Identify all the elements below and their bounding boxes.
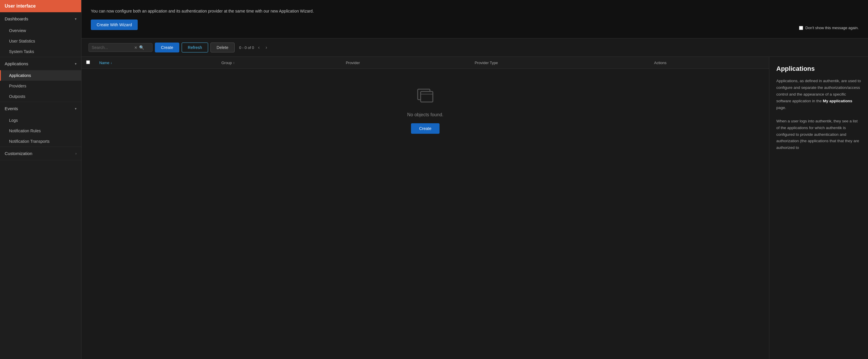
- my-applications-bold: My applications: [823, 99, 852, 103]
- table-header-actions: Actions: [649, 57, 769, 69]
- sidebar-section-header-dashboards[interactable]: Dashboards ▾: [0, 12, 81, 25]
- sidebar-item-overview[interactable]: Overview: [0, 25, 81, 36]
- right-panel-body: Applications, as defined in authentik, a…: [776, 78, 861, 151]
- pagination: 0 - 0 of 0 ‹ ›: [239, 44, 269, 51]
- right-panel-para-1: Applications, as defined in authentik, a…: [776, 78, 861, 111]
- sort-name[interactable]: Name ↓: [99, 61, 212, 65]
- content-area: Name ↓ Group ↕ Provider: [82, 57, 868, 359]
- dashboards-chevron-icon: ▾: [75, 17, 76, 21]
- sort-group[interactable]: Group ↕: [221, 61, 336, 65]
- applications-chevron-icon: ▾: [75, 62, 76, 66]
- sidebar-item-user-statistics[interactable]: User Statistics: [0, 36, 81, 46]
- sidebar-item-applications[interactable]: Applications: [0, 70, 81, 81]
- sidebar-section-applications: Applications ▾ Applications Providers Ou…: [0, 57, 81, 102]
- next-page-button[interactable]: ›: [264, 44, 269, 51]
- empty-text: No objects found.: [407, 112, 444, 117]
- sidebar-item-logs[interactable]: Logs: [0, 115, 81, 126]
- create-button[interactable]: Create: [155, 43, 179, 52]
- table-body: No objects found. Create: [82, 69, 769, 146]
- sidebar-item-outposts[interactable]: Outposts: [0, 91, 81, 102]
- toolbar: ✕ 🔍 Create Refresh Delete 0 - 0 of 0 ‹ ›: [82, 38, 868, 57]
- sidebar-section-dashboards: Dashboards ▾ Overview User Statistics Sy…: [0, 12, 81, 57]
- table-header: Name ↓ Group ↕ Provider: [82, 57, 769, 69]
- col-provider-type-label: Provider Type: [475, 61, 498, 65]
- pagination-text: 0 - 0 of 0: [239, 46, 254, 50]
- table-header-provider: Provider: [341, 57, 470, 69]
- svg-rect-1: [421, 91, 433, 102]
- sidebar-header: User interface: [0, 0, 81, 12]
- select-all-checkbox[interactable]: [86, 60, 90, 64]
- sidebar-section-header-customization[interactable]: Customization ›: [0, 147, 81, 160]
- sidebar-section-customization: Customization ›: [0, 147, 81, 160]
- main-content: You can now configure both an applicatio…: [82, 0, 868, 359]
- customization-chevron-icon: ›: [75, 151, 76, 156]
- dashboards-label: Dashboards: [5, 16, 28, 21]
- dont-show-container: Don't show this message again.: [799, 26, 859, 30]
- group-sort-icon: ↕: [233, 61, 235, 64]
- customization-label: Customization: [5, 151, 32, 156]
- clear-search-icon[interactable]: ✕: [134, 46, 137, 50]
- table-header-provider-type: Provider Type: [470, 57, 649, 69]
- empty-state-row: No objects found. Create: [82, 69, 769, 146]
- dont-show-checkbox[interactable]: [799, 26, 803, 30]
- delete-button[interactable]: Delete: [211, 43, 234, 52]
- events-chevron-icon: ▾: [75, 107, 76, 111]
- search-icon[interactable]: 🔍: [139, 45, 144, 50]
- table-header-checkbox: [82, 57, 95, 69]
- applications-table: Name ↓ Group ↕ Provider: [82, 57, 769, 145]
- empty-state: No objects found. Create: [82, 69, 769, 145]
- sidebar-item-system-tasks[interactable]: System Tasks: [0, 46, 81, 57]
- search-container: ✕ 🔍: [89, 43, 153, 52]
- right-panel-para-2: When a user logs into authentik, they se…: [776, 118, 861, 151]
- col-provider-label: Provider: [346, 61, 360, 65]
- table-header-group: Group ↕: [217, 57, 341, 69]
- sidebar-section-header-applications[interactable]: Applications ▾: [0, 57, 81, 70]
- banner-text: You can now configure both an applicatio…: [91, 8, 859, 14]
- empty-create-button[interactable]: Create: [411, 123, 439, 134]
- right-panel: Applications Applications, as defined in…: [769, 57, 868, 359]
- sidebar-section-header-events[interactable]: Events ▾: [0, 102, 81, 115]
- empty-state-cell: No objects found. Create: [82, 69, 769, 146]
- sidebar-item-providers[interactable]: Providers: [0, 81, 81, 91]
- sidebar-section-events: Events ▾ Logs Notification Rules Notific…: [0, 102, 81, 147]
- empty-icon: [416, 86, 434, 106]
- table-area: Name ↓ Group ↕ Provider: [82, 57, 769, 359]
- sidebar-item-notification-rules[interactable]: Notification Rules: [0, 126, 81, 136]
- col-name-label: Name: [99, 61, 110, 65]
- col-actions-label: Actions: [654, 61, 666, 65]
- applications-label: Applications: [5, 61, 28, 66]
- search-input[interactable]: [92, 45, 132, 50]
- sidebar: User interface Dashboards ▾ Overview Use…: [0, 0, 82, 359]
- create-with-wizard-button[interactable]: Create With Wizard: [91, 20, 138, 30]
- name-sort-icon: ↓: [111, 61, 112, 64]
- wizard-banner: You can now configure both an applicatio…: [82, 0, 868, 38]
- refresh-button[interactable]: Refresh: [182, 43, 208, 52]
- dont-show-label: Don't show this message again.: [805, 26, 859, 30]
- sidebar-item-notification-transports[interactable]: Notification Transports: [0, 136, 81, 146]
- prev-page-button[interactable]: ‹: [256, 44, 261, 51]
- table-header-name: Name ↓: [95, 57, 217, 69]
- col-group-label: Group: [221, 61, 232, 65]
- right-panel-title: Applications: [776, 65, 861, 73]
- events-label: Events: [5, 106, 18, 111]
